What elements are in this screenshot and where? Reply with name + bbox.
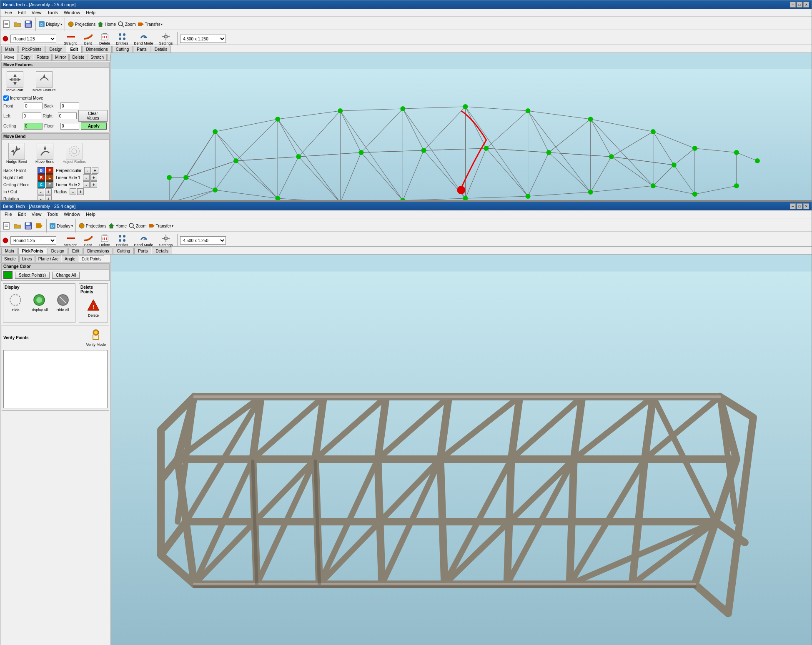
- display-all-btn[interactable]: Display All: [29, 291, 50, 314]
- menu-help-bottom[interactable]: Help: [83, 211, 98, 217]
- tab-parts-bottom[interactable]: Parts: [134, 248, 151, 254]
- minimize-btn-top[interactable]: ─: [790, 2, 796, 8]
- floor-btn[interactable]: F: [46, 181, 53, 188]
- tab-details-bottom[interactable]: Details: [152, 248, 172, 254]
- floor-input[interactable]: [60, 123, 79, 130]
- viewport-bottom[interactable]: Select a PickPoint to remo: [111, 255, 812, 645]
- radius-plus[interactable]: +: [77, 188, 84, 195]
- apply-btn-top[interactable]: Apply: [81, 122, 107, 130]
- linear1-plus[interactable]: +: [90, 174, 97, 181]
- front-btn[interactable]: F: [46, 167, 53, 174]
- perp-minus[interactable]: -: [84, 167, 91, 174]
- menu-help-top[interactable]: Help: [83, 10, 98, 15]
- projections-btn[interactable]: Projections: [68, 21, 95, 28]
- projections-btn-bottom[interactable]: Projections: [78, 222, 106, 229]
- new-icon[interactable]: [2, 20, 11, 29]
- close-btn-bottom[interactable]: ✕: [803, 203, 809, 209]
- straight-btn-bottom[interactable]: Straight: [62, 232, 79, 248]
- left-btn[interactable]: L: [46, 174, 53, 181]
- sub-tab-plane-arc[interactable]: Plane / Arc: [35, 255, 61, 262]
- nudge-bend-btn[interactable]: Nudge Bend: [3, 141, 30, 165]
- transfer-btn[interactable]: Transfer ▾: [138, 21, 163, 28]
- delete-btn-top[interactable]: Delete: [97, 31, 112, 47]
- tab-edit-top[interactable]: Edit: [67, 46, 82, 52]
- menu-file-bottom[interactable]: File: [2, 211, 15, 217]
- tab-design-top[interactable]: Design: [45, 46, 66, 52]
- transfer-btn-bottom[interactable]: Transfer ▾: [148, 222, 174, 229]
- entities-btn-bottom[interactable]: Entities: [114, 232, 130, 248]
- linear2-minus[interactable]: -: [83, 181, 90, 188]
- hide-all-btn[interactable]: Hide All: [54, 291, 72, 314]
- home-btn-bottom[interactable]: Home: [108, 222, 127, 229]
- sub-tab-delete[interactable]: Delete: [69, 54, 87, 60]
- sub-tab-misc[interactable]: Misc: [107, 54, 111, 60]
- linear1-minus[interactable]: -: [83, 174, 90, 181]
- move-feature-btn[interactable]: Move Feature: [30, 70, 59, 94]
- tab-cutting-bottom[interactable]: Cutting: [113, 248, 134, 254]
- open-icon-bottom[interactable]: [13, 221, 22, 230]
- tab-cutting-top[interactable]: Cutting: [112, 46, 133, 52]
- ceiling-input[interactable]: [24, 123, 43, 130]
- bent-btn-bottom[interactable]: Bent: [80, 232, 95, 248]
- sub-tab-lines[interactable]: Lines: [19, 255, 35, 262]
- menu-tools-bottom[interactable]: Tools: [45, 211, 60, 217]
- bend-mode-btn-bottom[interactable]: Bend Mode: [132, 232, 155, 248]
- save-icon-bottom[interactable]: [24, 221, 33, 230]
- menu-tools-top[interactable]: Tools: [45, 10, 60, 15]
- menu-view-bottom[interactable]: View: [29, 211, 44, 217]
- move-bend-btn[interactable]: Move Bend: [33, 141, 58, 165]
- in-minus[interactable]: -: [38, 188, 44, 195]
- verify-mode-btn[interactable]: Verify Mode: [84, 327, 108, 348]
- size-combo-top[interactable]: 4.500 x 1.250: [180, 35, 226, 43]
- sub-tab-single[interactable]: Single: [1, 255, 19, 262]
- incremental-move-check[interactable]: Incremental Move: [3, 95, 108, 101]
- sub-tab-mirror[interactable]: Mirror: [52, 54, 69, 60]
- delete-btn-bottom[interactable]: Delete: [97, 232, 112, 248]
- display-dropdown-bottom[interactable]: D Display ▾: [49, 222, 73, 229]
- tab-pickpoints-bottom[interactable]: PickPoints: [18, 248, 47, 254]
- display-dropdown[interactable]: D Display ▾: [38, 21, 62, 28]
- tab-pickpoints-top[interactable]: PickPoints: [18, 46, 45, 52]
- maximize-btn-bottom[interactable]: □: [797, 203, 802, 209]
- bend-mode-btn-top[interactable]: Bend Mode: [132, 31, 155, 47]
- minimize-btn-bottom[interactable]: ─: [790, 203, 796, 209]
- tube-combo-bottom[interactable]: Round 1.25: [10, 236, 56, 245]
- transfer-dropdown-arrow-bottom[interactable]: ▾: [172, 224, 173, 228]
- zoom-btn[interactable]: Zoom: [118, 21, 136, 28]
- bent-btn-top[interactable]: Bent: [80, 31, 95, 47]
- zoom-btn-bottom[interactable]: Zoom: [128, 222, 147, 229]
- save-icon[interactable]: [24, 20, 33, 29]
- ceiling-btn[interactable]: C: [38, 181, 45, 188]
- right-btn[interactable]: R: [38, 174, 45, 181]
- tab-main-top[interactable]: Main: [1, 46, 18, 52]
- hide-btn[interactable]: Hide: [7, 291, 24, 314]
- tab-edit-bottom[interactable]: Edit: [68, 248, 83, 254]
- tab-dimensions-bottom[interactable]: Dimensions: [83, 248, 113, 254]
- sub-tab-edit-points[interactable]: Edit Points: [79, 255, 105, 262]
- tube-combo-top[interactable]: Round 1.25: [10, 35, 56, 43]
- verify-text-area[interactable]: [3, 350, 108, 408]
- settings-btn-bottom[interactable]: Settings: [157, 232, 175, 248]
- sub-tab-stretch[interactable]: Stretch: [88, 54, 107, 60]
- transfer-dropdown-arrow[interactable]: ▾: [161, 22, 163, 26]
- display-dropdown-arrow-bottom[interactable]: ▾: [71, 224, 73, 228]
- incremental-move-checkbox[interactable]: [3, 95, 9, 101]
- close-btn-top[interactable]: ✕: [803, 2, 809, 8]
- tab-design-bottom[interactable]: Design: [48, 248, 68, 254]
- back-input[interactable]: [60, 102, 79, 109]
- tab-dimensions-top[interactable]: Dimensions: [82, 46, 111, 52]
- new-icon-bottom[interactable]: [2, 221, 11, 230]
- menu-window-bottom[interactable]: Window: [61, 211, 83, 217]
- extra-icon1-bottom[interactable]: [35, 221, 44, 230]
- menu-view-top[interactable]: View: [29, 10, 44, 15]
- menu-edit-bottom[interactable]: Edit: [15, 211, 28, 217]
- select-point-btn[interactable]: Select Point(s): [15, 272, 50, 279]
- size-combo-bottom[interactable]: 4.500 x 1.250: [180, 236, 226, 245]
- change-all-btn[interactable]: Change All: [52, 272, 80, 279]
- delete-points-btn[interactable]: ! Delete: [85, 297, 102, 319]
- maximize-btn-top[interactable]: □: [797, 2, 802, 8]
- menu-window-top[interactable]: Window: [61, 10, 83, 15]
- sub-tab-copy[interactable]: Copy: [18, 54, 33, 60]
- right-input[interactable]: [58, 112, 77, 119]
- tab-details-top[interactable]: Details: [151, 46, 171, 52]
